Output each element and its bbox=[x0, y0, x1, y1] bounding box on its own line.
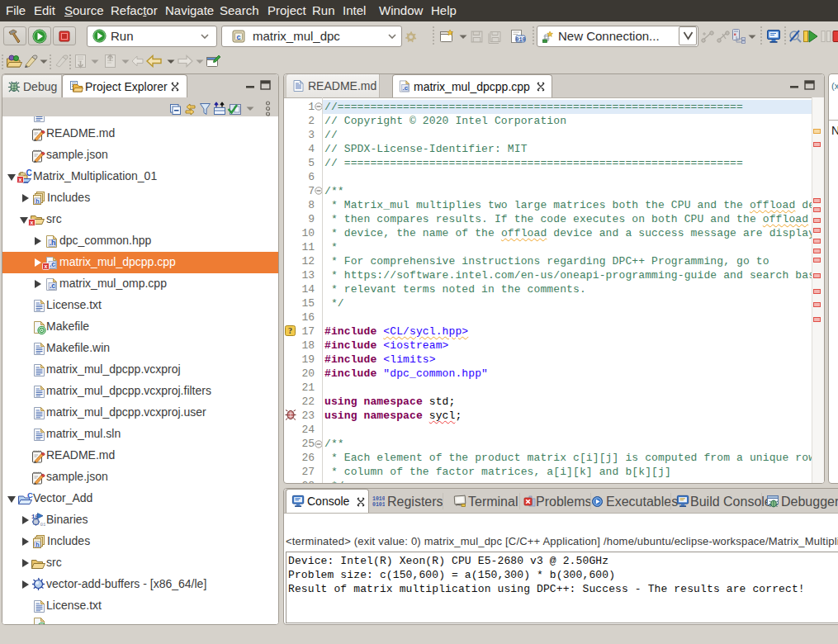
svg-text:010: 010 bbox=[515, 36, 526, 43]
svg-text:1010: 1010 bbox=[372, 496, 385, 502]
svg-text:0101: 0101 bbox=[372, 502, 385, 508]
svg-text:?: ? bbox=[288, 326, 292, 335]
svg-text:c: c bbox=[236, 33, 240, 41]
